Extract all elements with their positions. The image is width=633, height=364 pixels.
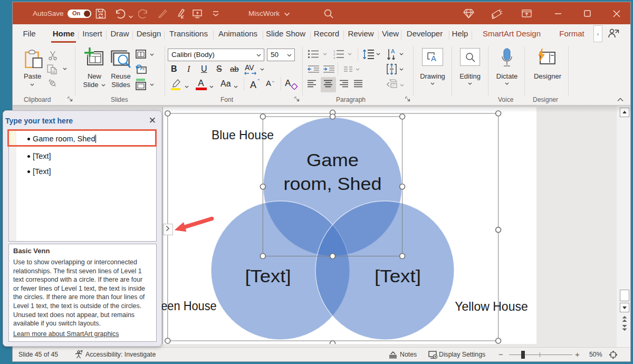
svg-text:Yellow House: Yellow House xyxy=(455,299,528,313)
svg-text:[Text]: [Text] xyxy=(245,266,291,286)
svg-text:A: A xyxy=(391,48,395,54)
svg-text:A: A xyxy=(431,54,436,63)
svg-text:Game: Game xyxy=(306,150,359,170)
svg-text:1: 1 xyxy=(333,50,335,53)
svg-text:Blue House: Blue House xyxy=(212,128,274,142)
svg-text:3: 3 xyxy=(333,56,335,60)
svg-text:[Text]: [Text] xyxy=(375,266,421,286)
svg-text:room, Shed: room, Shed xyxy=(284,174,382,194)
svg-text:2: 2 xyxy=(333,53,335,56)
